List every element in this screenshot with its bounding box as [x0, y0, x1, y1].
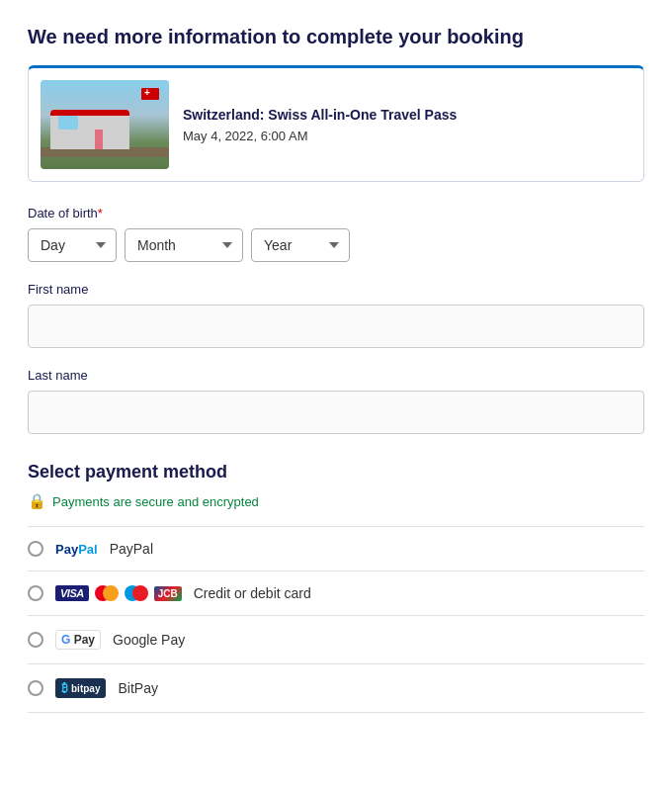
visa-logo: VISA: [55, 585, 89, 601]
paypal-logo: PayPal: [55, 542, 98, 557]
payment-section-title: Select payment method: [28, 462, 644, 483]
googlepay-radio[interactable]: [28, 632, 43, 648]
googlepay-label: Google Pay: [113, 632, 185, 648]
first-name-input[interactable]: [28, 305, 644, 348]
googlepay-logos: G Pay: [55, 630, 101, 650]
secure-badge: 🔒 Payments are secure and encrypted: [28, 492, 644, 510]
dob-month-select[interactable]: Month JanuaryFebruaryMarch AprilMayJune …: [125, 228, 243, 262]
last-name-input[interactable]: [28, 391, 644, 434]
googlepay-logo: G Pay: [55, 630, 101, 650]
booking-image: [41, 80, 169, 169]
booking-card: Switzerland: Swiss All-in-One Travel Pas…: [28, 65, 644, 182]
card-radio[interactable]: [28, 585, 43, 601]
bitpay-logos: ₿bitpay: [55, 678, 106, 698]
paypal-label: PayPal: [110, 541, 153, 557]
booking-product-title: Switzerland: Swiss All-in-One Travel Pas…: [183, 107, 457, 123]
secure-text: Payments are secure and encrypted: [52, 494, 259, 509]
page-title: We need more information to complete you…: [28, 24, 644, 49]
payment-option-bitpay[interactable]: ₿bitpay BitPay: [28, 664, 644, 713]
last-name-section: Last name: [28, 368, 644, 434]
first-name-label: First name: [28, 282, 644, 297]
first-name-section: First name: [28, 282, 644, 348]
payment-option-googlepay[interactable]: G Pay Google Pay: [28, 616, 644, 664]
bitpay-radio[interactable]: [28, 680, 43, 696]
last-name-label: Last name: [28, 368, 644, 383]
bitpay-label: BitPay: [118, 680, 157, 696]
bitpay-logo: ₿bitpay: [55, 678, 106, 698]
dob-day-select[interactable]: Day 1234 5678 9101112 13141516 17181920 …: [28, 228, 117, 262]
maestro-logo: [125, 585, 148, 601]
paypal-radio[interactable]: [28, 541, 43, 557]
jcb-logo: JCB: [154, 586, 182, 601]
lock-icon: 🔒: [28, 492, 46, 510]
paypal-logos: PayPal: [55, 542, 98, 557]
payment-option-card[interactable]: VISA JCB Credit or debit card: [28, 571, 644, 616]
booking-info: Switzerland: Swiss All-in-One Travel Pas…: [183, 107, 457, 143]
payment-section: Select payment method 🔒 Payments are sec…: [28, 462, 644, 713]
payment-option-paypal[interactable]: PayPal PayPal: [28, 527, 644, 571]
booking-date: May 4, 2022, 6:00 AM: [183, 129, 457, 143]
dob-year-select[interactable]: Year 200520042003 200220012000 199919981…: [251, 228, 350, 262]
card-logos: VISA JCB: [55, 585, 182, 601]
dob-label: Date of birth*: [28, 206, 644, 220]
payment-options: PayPal PayPal VISA JCB Credit or debit: [28, 526, 644, 713]
dob-section: Date of birth* Day 1234 5678 9101112 131…: [28, 206, 644, 262]
dob-row: Day 1234 5678 9101112 13141516 17181920 …: [28, 228, 644, 262]
card-label: Credit or debit card: [194, 585, 311, 601]
mastercard-logo: [95, 585, 119, 601]
